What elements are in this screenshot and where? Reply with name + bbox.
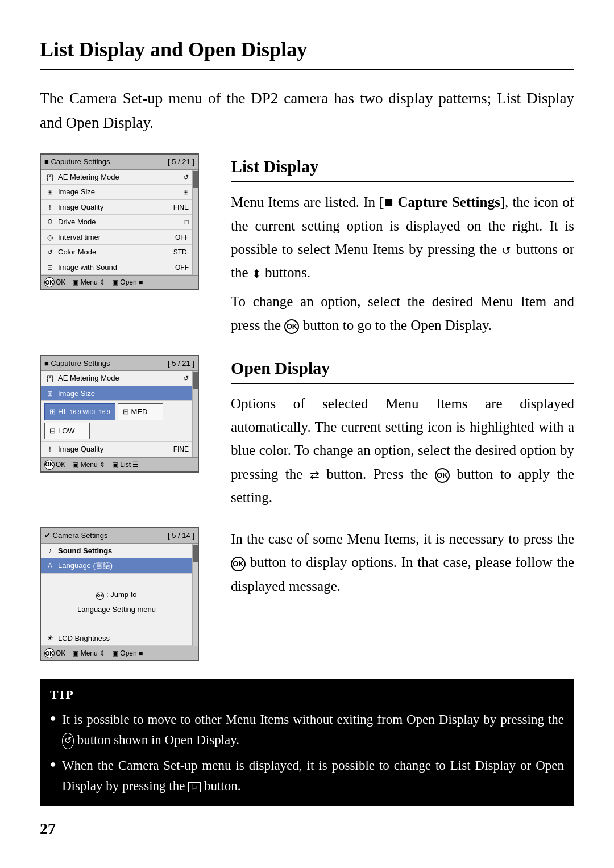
open-display-body: Options of selected Menu Items are displ… [231, 392, 574, 509]
footer-open: ▣ Open ■ [112, 277, 143, 287]
open-display-text2: In the case of some Menu Items, it is ne… [231, 527, 574, 661]
list-item: ⊞ Image Size ⊞ [41, 185, 192, 200]
list-item-selected: A Language (言語) [41, 558, 192, 574]
tip-box: TIP ● It is possible to move to other Me… [40, 679, 574, 806]
list-item-spacer [41, 574, 192, 587]
list-display-title: List Display [231, 153, 574, 182]
arrow-icon: ⬍ [252, 265, 262, 283]
item-label: Image Size [58, 388, 189, 399]
capture-settings-bold: ■ Capture Settings [384, 194, 500, 210]
menu2-body: {*} AE Metering Mode ↺ ⊞ Image Size ⊞ [41, 371, 198, 457]
item-icon: {*} [44, 373, 56, 383]
tip-bullet: ● [50, 711, 56, 727]
item-icon: ◎ [44, 232, 56, 243]
list-item-lang-setting: Language Setting menu [41, 602, 192, 617]
item-label: Interval timer [58, 232, 175, 243]
item-label: Color Mode [58, 247, 173, 258]
list-item-spacer2 [41, 617, 192, 631]
item-label: Language (言語) [58, 560, 189, 571]
item-value: STD. [173, 247, 189, 257]
tip-item-1: ● It is possible to move to other Menu I… [50, 710, 564, 750]
page-title: List Display and Open Display [40, 34, 574, 70]
open-display-title: Open Display [231, 355, 574, 384]
menu1-body: {*} AE Metering Mode ↺ ⊞ Image Size ⊞ ⁞ … [41, 170, 198, 276]
footer-ok: OK OK [44, 277, 65, 287]
menu2-header: ■ Caputure Settings [ 5 / 21 ] [41, 356, 198, 372]
menu3: ✔ Camera Settings [ 5 / 14 ] ♪ Sound Set… [40, 527, 199, 661]
menu1-header-count: [ 5 / 21 ] [168, 156, 194, 168]
menu2-scrollbar [192, 371, 198, 457]
menu2: ■ Caputure Settings [ 5 / 21 ] {*} AE Me… [40, 355, 199, 473]
page-number: 27 [40, 817, 574, 841]
item-label: Image Quality [58, 202, 173, 213]
footer-menu: ▣ Menu ⇕ [72, 277, 105, 287]
list-display-menu-image: ■ Caputure Settings [ 5 / 21 ] {*} AE Me… [40, 153, 210, 337]
item-label: AE Metering Mode [58, 172, 183, 183]
tip-bullet2: ● [50, 757, 56, 773]
buttons-or-text: buttons or the [231, 241, 574, 280]
list-display-text: List Display Menu Items are listed. In [… [231, 153, 574, 337]
ok-icon: OK [44, 460, 55, 470]
item-value: □ [185, 217, 189, 227]
intro-text: The Camera Set-up menu of the DP2 camera… [40, 86, 574, 135]
list-item: {*} AE Metering Mode ↺ [41, 371, 192, 386]
item-icon: A [44, 561, 56, 571]
menu1-items: {*} AE Metering Mode ↺ ⊞ Image Size ⊞ ⁞ … [41, 170, 192, 276]
open-display-section: ■ Caputure Settings [ 5 / 21 ] {*} AE Me… [40, 355, 574, 509]
list-item: ⊟ Image with Sound OFF [41, 260, 192, 276]
scrollbar-thumb [193, 545, 198, 562]
item-icon: ☀ [44, 633, 56, 643]
menu1-scrollbar [192, 170, 198, 276]
item-value: FINE [173, 444, 189, 454]
list-item: ⁞ Image Quality FINE [41, 442, 192, 457]
footer-menu: ▣ Menu ⇕ [72, 460, 105, 470]
footer-list: ▣ List ☰ [112, 460, 139, 470]
item-label: OK : Jump to [44, 589, 189, 600]
menu1-header: ■ Caputure Settings [ 5 / 21 ] [41, 155, 198, 170]
option-grid-row: ⊞ HI 16:9 WIDE 16:9 ⊞ MED ⊟ LOW [41, 401, 192, 442]
scrollbar-thumb [193, 171, 198, 188]
lr-arrow-icon: ⇄ [310, 466, 320, 485]
item-icon: ↺ [44, 247, 56, 257]
menu3-header-count: [ 5 / 14 ] [168, 530, 194, 541]
ok-btn-icon: OK [284, 319, 299, 334]
list-display-body2: To change an option, select the desired … [231, 290, 574, 337]
menu2-header-count: [ 5 / 21 ] [168, 358, 194, 369]
option-med: ⊞ MED [118, 403, 163, 420]
list-item: ⁞ Image Quality FINE [41, 200, 192, 215]
item-icon: ⁞ [44, 202, 56, 212]
footer-ok: OK OK [44, 648, 65, 658]
option-label: LOW [58, 425, 75, 437]
menu1-footer: OK OK ▣ Menu ⇕ ▣ Open ■ [41, 275, 198, 289]
list-item: ♪ Sound Settings [41, 544, 192, 559]
option-grid: ⊞ HI 16:9 WIDE 16:9 ⊞ MED ⊟ LOW [44, 403, 189, 439]
footer-ok: OK OK [44, 460, 65, 470]
option-tag: 16:9 WIDE 16:9 [70, 408, 110, 416]
item-icon: Ω [44, 217, 56, 227]
menu2-header-title: ■ Caputure Settings [44, 358, 110, 369]
menu3-scrollbar [192, 544, 198, 646]
open-display-body2: In the case of some Menu Items, it is ne… [231, 527, 574, 598]
item-icon: ♪ [44, 545, 56, 556]
tip-item-2: ● When the Camera Set-up menu is display… [50, 756, 564, 796]
option-icon: ⊞ [49, 406, 56, 418]
item-label: LCD Brightness [58, 633, 189, 644]
item-value: ↺ [183, 172, 189, 182]
list-display-section: ■ Caputure Settings [ 5 / 21 ] {*} AE Me… [40, 153, 574, 337]
item-icon: {*} [44, 172, 56, 182]
item-icon: ⊞ [44, 187, 56, 197]
menu2-items: {*} AE Metering Mode ↺ ⊞ Image Size ⊞ [41, 371, 192, 457]
item-value: OFF [175, 232, 189, 243]
menu3-footer: OK OK ▣ Menu ⇕ ▣ Open ■ [41, 646, 198, 660]
list-display-body: Menu Items are listed. In [■ Capture Set… [231, 190, 574, 284]
scrollbar-thumb [193, 372, 198, 389]
item-icon: ⊞ [44, 389, 56, 399]
list-item-lcd: ☀ LCD Brightness [41, 631, 192, 646]
menu3-body: ♪ Sound Settings A Language (言語) OK : Ju… [41, 544, 198, 646]
ok-btn-icon: OK [435, 468, 450, 483]
list-item-jump: OK : Jump to [41, 587, 192, 603]
tip-text-2: When the Camera Set-up menu is displayed… [62, 756, 564, 796]
item-icon: ⊟ [44, 262, 56, 273]
menu3-header-title: ✔ Camera Settings [44, 530, 107, 541]
item-label: Sound Settings [58, 545, 189, 557]
